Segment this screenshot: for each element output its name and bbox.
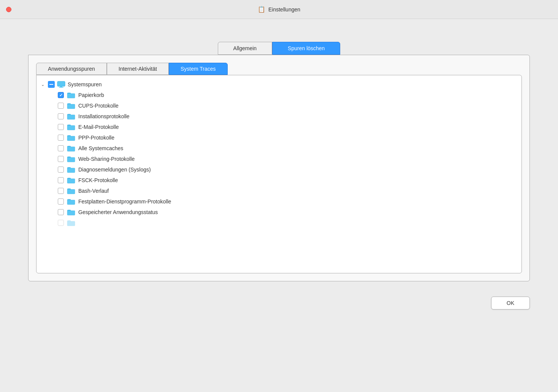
sub-tabs: Anwendungsspuren Internet-Aktivität Syst…	[36, 63, 522, 75]
folder-icon	[67, 92, 75, 98]
svg-rect-1	[60, 86, 62, 87]
list-item: Bash-Verlauf	[36, 186, 522, 196]
svg-rect-0	[57, 81, 65, 86]
checkbox-email[interactable]	[58, 124, 64, 130]
folder-icon	[67, 113, 75, 120]
bottom-bar: OK	[28, 297, 530, 309]
item-label-papierkorb: Papierkorb	[78, 92, 104, 98]
list-item: Papierkorb	[36, 90, 522, 100]
folder-icon	[67, 198, 75, 205]
list-item: E-Mail-Protokolle	[36, 122, 522, 132]
checkbox-cups[interactable]	[58, 103, 64, 109]
chevron-icon: ⌄	[40, 82, 46, 87]
checkbox-syslogs[interactable]	[58, 167, 64, 173]
item-label-syslogs: Diagnosemeldungen (Syslogs)	[78, 167, 151, 173]
item-label-caches: Alle Systemcaches	[78, 145, 123, 151]
list-box: ⌄ Systemspuren Papierkorb CUPS-Protokoll…	[36, 75, 522, 273]
item-label-ppp: PPP-Protokolle	[78, 135, 114, 141]
list-item: CUPS-Protokolle	[36, 100, 522, 111]
checkbox-more[interactable]	[58, 220, 64, 226]
ok-button[interactable]: OK	[491, 297, 530, 309]
checkbox-install[interactable]	[58, 113, 64, 119]
checkbox-bash[interactable]	[58, 188, 64, 194]
checkbox-caches[interactable]	[58, 145, 64, 151]
sub-tab-internet[interactable]: Internet-Aktivität	[107, 63, 169, 75]
item-label-install: Installationsprotokolle	[78, 113, 130, 119]
sub-tab-anwendungsspuren[interactable]: Anwendungsspuren	[36, 63, 107, 75]
list-item: Festplatten-Dienstprogramm-Protokolle	[36, 196, 522, 207]
item-label-bash: Bash-Verlauf	[78, 188, 109, 194]
checkbox-websharing[interactable]	[58, 156, 64, 162]
list-item: Alle Systemcaches	[36, 143, 522, 154]
folder-icon	[67, 145, 75, 152]
list-item-partial	[36, 217, 522, 228]
item-label-websharing: Web-Sharing-Protokolle	[78, 156, 135, 162]
list-item: Diagnosemeldungen (Syslogs)	[36, 164, 522, 175]
checkbox-fsck[interactable]	[58, 177, 64, 183]
list-item: Installationsprotokolle	[36, 111, 522, 122]
list-item: Web-Sharing-Protokolle	[36, 154, 522, 164]
folder-icon	[67, 124, 75, 130]
folder-icon	[67, 102, 75, 109]
title-icon: 📋	[258, 6, 265, 13]
folder-icon	[67, 156, 75, 162]
checkbox-papierkorb[interactable]	[58, 92, 64, 98]
folder-icon	[67, 166, 75, 173]
list-item: PPP-Protokolle	[36, 132, 522, 143]
tab-allgemein[interactable]: Allgemein	[218, 42, 272, 55]
monitor-icon	[57, 81, 65, 88]
title-text: Einstellungen	[268, 6, 300, 13]
item-label-fsck: FSCK-Protokolle	[78, 177, 118, 183]
folder-icon	[67, 187, 75, 194]
window-title: 📋 Einstellungen	[258, 6, 300, 13]
parent-row[interactable]: ⌄ Systemspuren	[36, 79, 522, 90]
folder-icon	[67, 134, 75, 141]
child-rows-container: Papierkorb CUPS-Protokolle Installations…	[36, 90, 522, 228]
svg-rect-2	[59, 87, 63, 88]
item-label-gespeichert: Gespeicherter Anwendungsstatus	[78, 209, 158, 215]
title-bar: 📋 Einstellungen	[0, 0, 558, 19]
tab-spuren[interactable]: Spuren löschen	[272, 42, 340, 55]
panel-box: Anwendungsspuren Internet-Aktivität Syst…	[28, 55, 530, 281]
list-item: FSCK-Protokolle	[36, 175, 522, 186]
list-scroll[interactable]: ⌄ Systemspuren Papierkorb CUPS-Protokoll…	[36, 75, 522, 273]
parent-label: Systemspuren	[68, 81, 101, 87]
partial-check-icon[interactable]	[48, 81, 55, 88]
item-label-cups: CUPS-Protokolle	[78, 103, 119, 109]
top-tabs: Allgemein Spuren löschen	[218, 42, 341, 55]
main-container: Allgemein Spuren löschen Anwendungsspure…	[28, 42, 530, 281]
checkbox-festplatten[interactable]	[58, 198, 64, 205]
list-item: Gespeicherter Anwendungsstatus	[36, 207, 522, 217]
checkbox-ppp[interactable]	[58, 135, 64, 141]
item-label-email: E-Mail-Protokolle	[78, 124, 119, 130]
checkbox-gespeichert[interactable]	[58, 209, 64, 215]
folder-icon	[67, 209, 75, 216]
folder-icon	[67, 177, 75, 184]
close-button[interactable]	[6, 7, 11, 12]
traffic-lights	[6, 7, 11, 12]
sub-tab-system[interactable]: System Traces	[169, 63, 228, 75]
item-label-festplatten: Festplatten-Dienstprogramm-Protokolle	[78, 198, 171, 205]
